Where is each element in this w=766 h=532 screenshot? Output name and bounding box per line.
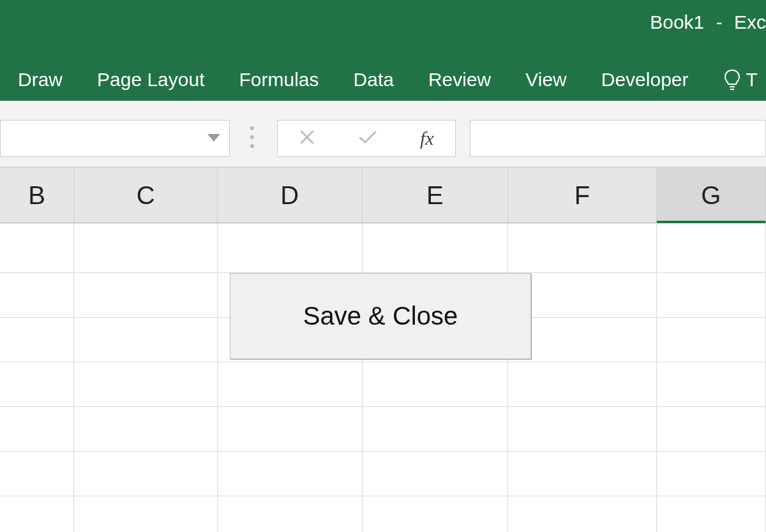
cell[interactable] [657, 273, 766, 318]
column-header-C[interactable]: C [74, 168, 218, 223]
spreadsheet-grid[interactable] [0, 223, 766, 532]
column-header-B[interactable]: B [0, 168, 74, 223]
cell[interactable] [0, 452, 74, 496]
cell[interactable] [508, 407, 656, 452]
cell[interactable] [74, 223, 218, 273]
cell[interactable] [74, 407, 218, 452]
cell[interactable] [657, 318, 766, 362]
tell-me[interactable]: T [723, 69, 758, 91]
name-box[interactable] [0, 120, 230, 157]
tab-draw[interactable]: Draw [18, 69, 63, 91]
cell[interactable] [0, 362, 74, 407]
title-doc: Book1 [650, 11, 704, 33]
tab-page-layout[interactable]: Page Layout [97, 69, 204, 91]
cell[interactable] [218, 362, 363, 407]
cell[interactable] [363, 496, 509, 532]
formula-bar-row: fx [0, 101, 766, 167]
tell-me-label: T [746, 69, 758, 91]
cell[interactable] [508, 362, 656, 407]
tab-formulas[interactable]: Formulas [239, 69, 319, 91]
cell[interactable] [0, 496, 74, 532]
cell[interactable] [363, 452, 509, 496]
tab-review[interactable]: Review [428, 69, 491, 91]
tab-view[interactable]: View [525, 69, 566, 91]
cell[interactable] [0, 273, 74, 318]
title-separator: - [716, 11, 723, 33]
cell[interactable] [657, 362, 766, 407]
cell[interactable] [74, 318, 218, 362]
cell[interactable] [363, 223, 509, 273]
cell[interactable] [363, 362, 509, 407]
cell[interactable] [218, 407, 363, 452]
formula-input[interactable] [470, 120, 766, 157]
tab-data[interactable]: Data [354, 69, 394, 91]
column-header-G[interactable]: G [657, 168, 766, 223]
ribbon-tabs: Draw Page Layout Formulas Data Review Vi… [18, 69, 758, 91]
insert-function-button[interactable]: fx [420, 128, 434, 149]
title-and-ribbon: Book1 - Exc Draw Page Layout Formulas Da… [0, 0, 766, 101]
cell[interactable] [363, 407, 509, 452]
cell[interactable] [657, 452, 766, 496]
cell[interactable] [74, 273, 218, 318]
svg-marker-2 [207, 134, 220, 142]
cell[interactable] [0, 407, 74, 452]
cell[interactable] [657, 496, 766, 532]
enter-formula-icon[interactable] [358, 129, 377, 147]
cell[interactable] [218, 496, 363, 532]
cancel-formula-icon[interactable] [299, 129, 315, 148]
cell[interactable] [0, 223, 74, 273]
title-app: Exc [734, 11, 766, 33]
window-title: Book1 - Exc [650, 11, 766, 33]
column-header-D[interactable]: D [218, 168, 363, 223]
tab-developer[interactable]: Developer [601, 69, 689, 91]
cell[interactable] [74, 452, 218, 496]
column-header-F[interactable]: F [508, 168, 656, 223]
cell[interactable] [508, 496, 656, 532]
chevron-down-icon[interactable] [207, 133, 220, 144]
cell[interactable] [74, 496, 218, 532]
cell[interactable] [657, 223, 766, 273]
cell[interactable] [508, 223, 656, 273]
cell[interactable] [218, 452, 363, 496]
cell[interactable] [74, 362, 218, 407]
cell[interactable] [508, 452, 656, 496]
column-headers: B C D E F G [0, 167, 766, 223]
cell[interactable] [218, 223, 363, 273]
cell[interactable] [657, 407, 766, 452]
formula-controls: fx [277, 120, 456, 157]
lightbulb-icon [723, 69, 741, 91]
kebab-icon[interactable] [250, 126, 254, 148]
cell[interactable] [0, 318, 74, 362]
save-and-close-button[interactable]: Save & Close [230, 273, 531, 359]
column-header-E[interactable]: E [363, 168, 509, 223]
